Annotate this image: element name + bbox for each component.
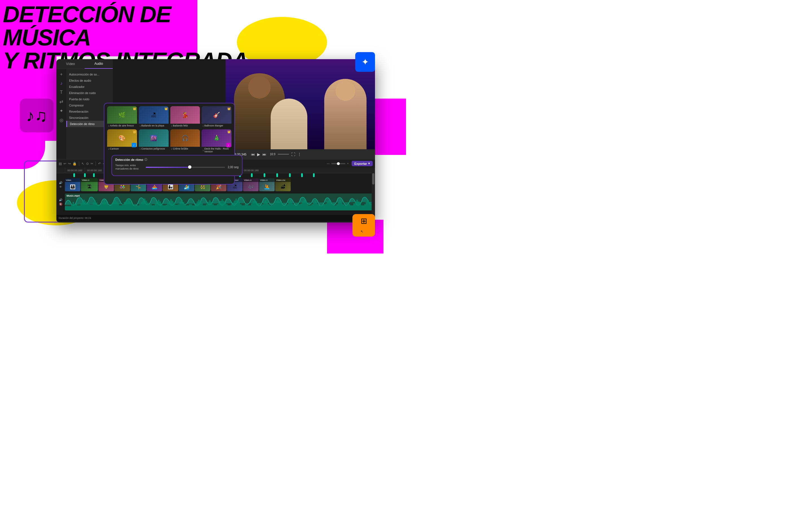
crown-icon-4: 👑	[227, 107, 231, 110]
panel-icons: + ♪ T ⇄ ✦ ◎	[56, 69, 66, 159]
ruler-tick-1: 00:00:00.160	[85, 168, 104, 173]
dl-icon-4: ↓	[202, 124, 204, 127]
label-8: ↓ Deck the Halls - Rock Version	[202, 147, 232, 154]
forward-button[interactable]: ⏭	[262, 152, 266, 157]
beat-value: 2,00 seg	[227, 166, 239, 169]
clip-12[interactable]: Video.n 🎶	[243, 178, 259, 191]
effects-icon[interactable]: ✦	[59, 108, 63, 114]
tab-audio[interactable]: Audio	[85, 59, 113, 69]
toolbar-lock-icon[interactable]: 🔒	[72, 162, 77, 166]
grid-icon: ⊞↖	[361, 216, 367, 235]
orange-grid-button[interactable]: ⊞↖	[352, 214, 375, 237]
panel-tabs: Vídeo Audio	[56, 59, 113, 69]
clip-label-13: Video.n	[259, 178, 274, 182]
label-1: ↓ Anhelo de aire fresco	[107, 124, 137, 128]
music-card-8[interactable]: 🎄 👑 ♪ ↓ Deck the Halls - Rock Version	[202, 129, 232, 154]
fullscreen-button[interactable]: ⛶	[291, 152, 295, 157]
menu-audio-effects[interactable]: Efectos de audio	[66, 77, 113, 83]
clip-14[interactable]: Video.mc 🏕	[275, 178, 291, 191]
music-card-3[interactable]: 💃 ↓ Bailando feliz	[170, 106, 200, 128]
toolbar-prev-icon[interactable]: ↶	[98, 162, 101, 166]
volume-slider[interactable]	[278, 154, 289, 155]
beat-title: Detección de ritmo ⓘ	[115, 158, 239, 162]
toolbar-undo-icon[interactable]: ↩	[63, 162, 66, 166]
label-2: ↓ Bailando en la playa	[139, 124, 168, 128]
thumb-3: 💃	[170, 106, 200, 124]
toolbar-cut-icon[interactable]: ✂	[91, 162, 93, 166]
crown-icon-8: 👑	[227, 130, 231, 133]
audio-track-controls: 🔊 🔇	[56, 198, 65, 206]
preview-photo	[225, 59, 375, 149]
menu-noise-reduction[interactable]: Eliminación de ruido	[66, 90, 113, 96]
right-scrollbar[interactable]	[371, 168, 375, 221]
beat-slider-fill	[146, 167, 190, 168]
transition-icon[interactable]: ⇄	[59, 99, 63, 104]
music-note-decoration: ♪♫	[20, 99, 54, 132]
audio-track-row: 🔊 🔇 Music.mp4	[56, 192, 375, 212]
music-card-6[interactable]: 🌆 ↓ Contactos peligrosos	[139, 129, 168, 154]
dl-icon-2: ↓	[140, 124, 141, 127]
dl-icon-8: ↓	[202, 149, 204, 152]
clip-label-2: Video.n	[81, 178, 98, 182]
clip-label-12: Video.n	[243, 178, 259, 182]
music-card-2[interactable]: 🏖 👑 ↓ Bailando en la playa	[139, 106, 168, 128]
text-icon[interactable]: T	[60, 90, 63, 95]
menu-equalizer[interactable]: Ecualizador	[66, 83, 113, 90]
clip-1[interactable]: Videc 👨‍👩‍👧	[65, 178, 80, 191]
beat-marker	[73, 173, 75, 177]
aspect-ratio[interactable]: 16:9	[270, 153, 275, 156]
bg-magenta-right	[372, 99, 406, 155]
crown-icon-1: 👑	[133, 107, 136, 110]
toolbar-redo-icon[interactable]: ↪	[68, 162, 71, 166]
menu-autocorrection[interactable]: Autocorrección de so...	[66, 71, 113, 77]
label-6: ↓ Contactos peligrosos	[139, 147, 168, 151]
music-card-4[interactable]: 🎸 👑 ↓ Ballroom Banger	[202, 106, 232, 128]
track-volume-icon[interactable]: 🔊	[59, 181, 62, 184]
scrollbar-thumb	[372, 173, 374, 184]
status-bar: Duración del proyecto: 06:24	[56, 215, 375, 221]
crown-icon-2: 👑	[164, 107, 168, 110]
toolbar-select-icon[interactable]: ▤	[59, 162, 62, 166]
beat-slider-label: Tiempo mín. entre marcadores de ritmo	[115, 164, 144, 170]
menu-noise-gate[interactable]: Puerta de ruido	[66, 96, 113, 102]
overlay-icon[interactable]: ◎	[59, 117, 63, 123]
rewind-button[interactable]: ⏮	[251, 152, 255, 157]
toolbar-cursor-icon[interactable]: ↖	[82, 162, 84, 166]
waveform-svg	[65, 193, 375, 210]
editor-window: Vídeo Audio + ♪ T ⇄ ✦ ◎ Autocorrección d…	[56, 59, 375, 223]
sparkle-icon: ✦	[361, 57, 369, 67]
label-5: ↓ Cartoon	[107, 147, 137, 151]
audio-volume-icon[interactable]: 🔊	[59, 198, 62, 202]
audio-mute-icon[interactable]: 🔇	[59, 203, 62, 206]
toolbar-sep-2	[96, 161, 96, 166]
beat-marker	[289, 173, 291, 177]
beat-marker	[251, 173, 253, 177]
play-button[interactable]: ▶	[257, 152, 260, 157]
clip-2[interactable]: Video.n 🏝	[81, 178, 98, 191]
beat-row: Tiempo mín. entre marcadores de ritmo 2,…	[115, 164, 239, 170]
ai-sparkle-button[interactable]: ✦	[355, 52, 375, 72]
music-card-5[interactable]: 🎨 👑 ♪ ↓ Cartoon	[107, 129, 137, 154]
music-grid: 🌿 👑 ↓ Anhelo de aire fresco 🏖 👑 ↓ Bailan…	[107, 106, 232, 154]
crown-icon-5: 👑	[133, 130, 136, 133]
music-icon[interactable]: ♪	[60, 81, 63, 86]
toolbar-ripple-icon[interactable]: ⊙	[86, 162, 89, 166]
tab-video[interactable]: Vídeo	[56, 59, 85, 69]
dl-icon-7: ↓	[171, 147, 172, 150]
video-track-controls: 🔊 👁	[56, 181, 65, 188]
beat-slider[interactable]	[146, 167, 225, 168]
music-card-1[interactable]: 🌿 👑 ↓ Anhelo de aire fresco	[107, 106, 137, 128]
export-button[interactable]: Exportar ▾	[352, 161, 373, 166]
preview-area	[225, 59, 375, 149]
ruler-tick-0: 00:00:00.160	[65, 168, 85, 173]
beat-info-icon[interactable]: ⓘ	[144, 158, 147, 162]
more-options-button[interactable]: ⋮	[297, 152, 301, 157]
add-icon[interactable]: +	[60, 72, 63, 77]
dl-icon-3: ↓	[171, 124, 172, 127]
beat-marker	[264, 173, 265, 177]
clip-label-14: Video.mc	[275, 178, 291, 182]
dl-icon-6: ↓	[140, 147, 141, 150]
clip-13[interactable]: Video.n 🤽	[259, 178, 274, 191]
music-card-7[interactable]: 🎧 ↓ Créme brûlée	[170, 129, 200, 154]
track-eye-icon[interactable]: 👁	[59, 185, 62, 188]
